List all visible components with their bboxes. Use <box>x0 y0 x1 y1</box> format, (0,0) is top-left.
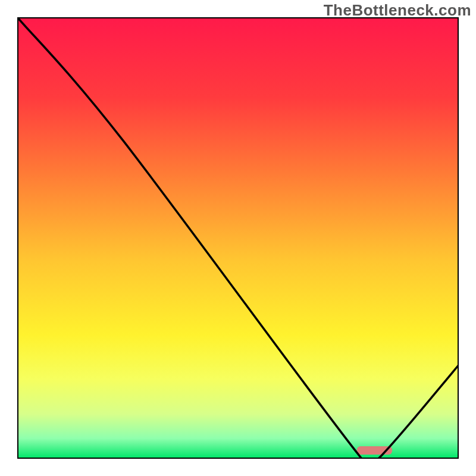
watermark-text: TheBottleneck.com <box>324 1 471 20</box>
gradient-background <box>18 18 458 458</box>
bottleneck-chart <box>0 0 476 476</box>
chart-stage: TheBottleneck.com <box>0 0 476 476</box>
